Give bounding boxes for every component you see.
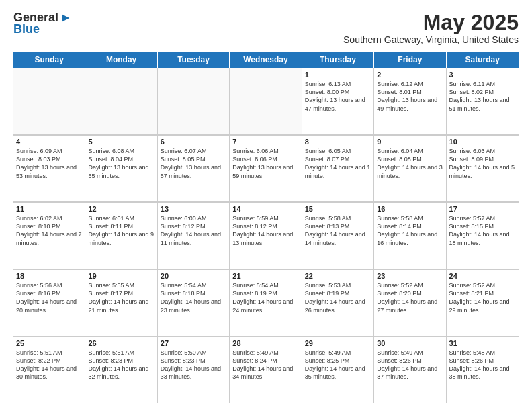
calendar-cell: 31Sunrise: 5:48 AMSunset: 8:26 PMDayligh… — [447, 336, 519, 403]
day-number: 26 — [88, 339, 154, 347]
cell-info: Sunrise: 5:51 AMSunset: 8:23 PMDaylight:… — [88, 349, 154, 381]
day-number: 1 — [305, 71, 371, 79]
cell-info: Sunrise: 6:06 AMSunset: 8:06 PMDaylight:… — [232, 147, 298, 180]
day-number: 19 — [88, 272, 154, 280]
day-number: 11 — [16, 205, 82, 213]
calendar-cell: 16Sunrise: 5:58 AMSunset: 8:14 PMDayligh… — [374, 202, 446, 269]
header-day-thursday: Thursday — [302, 52, 374, 68]
title-section: May 2025 Southern Gateway, Virginia, Uni… — [343, 11, 519, 45]
day-number: 2 — [377, 71, 443, 79]
cell-info: Sunrise: 6:08 AMSunset: 8:04 PMDaylight:… — [88, 147, 154, 180]
calendar-cell: 20Sunrise: 5:54 AMSunset: 8:18 PMDayligh… — [158, 269, 230, 336]
calendar-cell: 1Sunrise: 6:13 AMSunset: 8:00 PMDaylight… — [302, 68, 374, 134]
cell-info: Sunrise: 6:02 AMSunset: 8:10 PMDaylight:… — [16, 214, 82, 247]
calendar-body: 1Sunrise: 6:13 AMSunset: 8:00 PMDaylight… — [13, 68, 519, 403]
cell-info: Sunrise: 5:52 AMSunset: 8:21 PMDaylight:… — [449, 281, 516, 314]
calendar-row-3: 11Sunrise: 6:02 AMSunset: 8:10 PMDayligh… — [13, 202, 519, 269]
cell-info: Sunrise: 5:59 AMSunset: 8:12 PMDaylight:… — [232, 214, 298, 247]
day-number: 27 — [161, 339, 226, 347]
cell-info: Sunrise: 5:51 AMSunset: 8:22 PMDaylight:… — [16, 349, 82, 381]
calendar-cell: 25Sunrise: 5:51 AMSunset: 8:22 PMDayligh… — [13, 336, 85, 403]
calendar-cell: 26Sunrise: 5:51 AMSunset: 8:23 PMDayligh… — [85, 336, 157, 403]
calendar-cell — [13, 68, 85, 134]
day-number: 22 — [305, 272, 371, 280]
header-day-saturday: Saturday — [447, 52, 519, 68]
cell-info: Sunrise: 5:57 AMSunset: 8:15 PMDaylight:… — [449, 214, 516, 247]
calendar-cell: 15Sunrise: 5:58 AMSunset: 8:13 PMDayligh… — [302, 202, 374, 269]
calendar-cell — [158, 68, 230, 134]
calendar-cell: 14Sunrise: 5:59 AMSunset: 8:12 PMDayligh… — [230, 202, 302, 269]
header-day-sunday: Sunday — [13, 52, 85, 68]
calendar-cell: 13Sunrise: 6:00 AMSunset: 8:12 PMDayligh… — [158, 202, 230, 269]
cell-info: Sunrise: 5:58 AMSunset: 8:13 PMDaylight:… — [305, 214, 371, 247]
logo: General Blue — [13, 11, 72, 36]
header-day-tuesday: Tuesday — [158, 52, 230, 68]
day-number: 31 — [449, 339, 516, 347]
calendar-cell: 9Sunrise: 6:04 AMSunset: 8:08 PMDaylight… — [374, 135, 446, 201]
calendar-row-1: 1Sunrise: 6:13 AMSunset: 8:00 PMDaylight… — [13, 68, 519, 135]
day-number: 10 — [449, 138, 516, 146]
cell-info: Sunrise: 5:50 AMSunset: 8:23 PMDaylight:… — [161, 349, 226, 381]
day-number: 9 — [377, 138, 443, 146]
calendar-row-4: 18Sunrise: 5:56 AMSunset: 8:16 PMDayligh… — [13, 269, 519, 336]
day-number: 12 — [88, 205, 154, 213]
calendar-cell — [230, 68, 302, 134]
day-number: 24 — [449, 272, 516, 280]
day-number: 30 — [377, 339, 443, 347]
calendar-cell: 24Sunrise: 5:52 AMSunset: 8:21 PMDayligh… — [447, 269, 519, 336]
calendar-cell: 5Sunrise: 6:08 AMSunset: 8:04 PMDaylight… — [85, 135, 157, 201]
calendar-row-5: 25Sunrise: 5:51 AMSunset: 8:22 PMDayligh… — [13, 336, 519, 403]
calendar-cell: 30Sunrise: 5:49 AMSunset: 8:26 PMDayligh… — [374, 336, 446, 403]
cell-info: Sunrise: 5:52 AMSunset: 8:20 PMDaylight:… — [377, 281, 443, 314]
calendar: SundayMondayTuesdayWednesdayThursdayFrid… — [13, 52, 519, 403]
day-number: 4 — [16, 138, 82, 146]
header-day-monday: Monday — [85, 52, 157, 68]
cell-info: Sunrise: 6:04 AMSunset: 8:08 PMDaylight:… — [377, 147, 443, 180]
calendar-cell: 10Sunrise: 6:03 AMSunset: 8:09 PMDayligh… — [447, 135, 519, 201]
svg-marker-0 — [62, 14, 70, 21]
header-day-friday: Friday — [374, 52, 446, 68]
calendar-cell: 21Sunrise: 5:54 AMSunset: 8:19 PMDayligh… — [230, 269, 302, 336]
calendar-cell: 2Sunrise: 6:12 AMSunset: 8:01 PMDaylight… — [374, 68, 446, 134]
day-number: 14 — [232, 205, 298, 213]
calendar-cell: 23Sunrise: 5:52 AMSunset: 8:20 PMDayligh… — [374, 269, 446, 336]
cell-info: Sunrise: 5:58 AMSunset: 8:14 PMDaylight:… — [377, 214, 443, 247]
day-number: 7 — [232, 138, 298, 146]
day-number: 28 — [232, 339, 298, 347]
calendar-cell: 18Sunrise: 5:56 AMSunset: 8:16 PMDayligh… — [13, 269, 85, 336]
logo-blue: Blue — [13, 22, 40, 36]
calendar-cell: 19Sunrise: 5:55 AMSunset: 8:17 PMDayligh… — [85, 269, 157, 336]
page: General Blue May 2025 Southern Gateway, … — [0, 0, 532, 411]
logo-arrow-icon — [60, 12, 72, 24]
day-number: 3 — [449, 71, 516, 79]
calendar-cell: 8Sunrise: 6:05 AMSunset: 8:07 PMDaylight… — [302, 135, 374, 201]
day-number: 18 — [16, 272, 82, 280]
calendar-cell: 17Sunrise: 5:57 AMSunset: 8:15 PMDayligh… — [447, 202, 519, 269]
cell-info: Sunrise: 6:00 AMSunset: 8:12 PMDaylight:… — [161, 214, 226, 247]
cell-info: Sunrise: 6:11 AMSunset: 8:02 PMDaylight:… — [449, 80, 516, 113]
day-number: 6 — [161, 138, 226, 146]
header: General Blue May 2025 Southern Gateway, … — [13, 11, 519, 45]
month-title: May 2025 — [343, 11, 519, 34]
calendar-cell: 29Sunrise: 5:49 AMSunset: 8:25 PMDayligh… — [302, 336, 374, 403]
header-day-wednesday: Wednesday — [230, 52, 302, 68]
calendar-cell: 28Sunrise: 5:49 AMSunset: 8:24 PMDayligh… — [230, 336, 302, 403]
location: Southern Gateway, Virginia, United State… — [343, 34, 519, 45]
cell-info: Sunrise: 5:56 AMSunset: 8:16 PMDaylight:… — [16, 281, 82, 314]
day-number: 13 — [161, 205, 226, 213]
day-number: 20 — [161, 272, 226, 280]
cell-info: Sunrise: 5:54 AMSunset: 8:18 PMDaylight:… — [161, 281, 226, 314]
cell-info: Sunrise: 5:55 AMSunset: 8:17 PMDaylight:… — [88, 281, 154, 314]
cell-info: Sunrise: 5:49 AMSunset: 8:24 PMDaylight:… — [232, 349, 298, 381]
calendar-cell: 3Sunrise: 6:11 AMSunset: 8:02 PMDaylight… — [447, 68, 519, 134]
cell-info: Sunrise: 5:49 AMSunset: 8:25 PMDaylight:… — [305, 349, 371, 381]
calendar-cell: 11Sunrise: 6:02 AMSunset: 8:10 PMDayligh… — [13, 202, 85, 269]
cell-info: Sunrise: 5:53 AMSunset: 8:19 PMDaylight:… — [305, 281, 371, 314]
day-number: 16 — [377, 205, 443, 213]
cell-info: Sunrise: 6:01 AMSunset: 8:11 PMDaylight:… — [88, 214, 154, 247]
day-number: 17 — [449, 205, 516, 213]
cell-info: Sunrise: 6:13 AMSunset: 8:00 PMDaylight:… — [305, 80, 371, 113]
calendar-cell: 4Sunrise: 6:09 AMSunset: 8:03 PMDaylight… — [13, 135, 85, 201]
day-number: 5 — [88, 138, 154, 146]
calendar-cell: 22Sunrise: 5:53 AMSunset: 8:19 PMDayligh… — [302, 269, 374, 336]
